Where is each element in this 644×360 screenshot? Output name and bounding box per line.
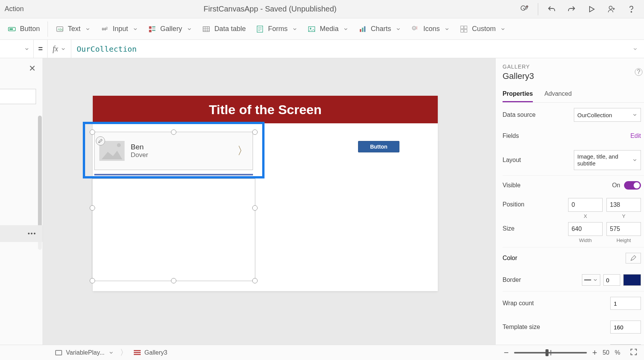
fit-screen-icon[interactable]	[629, 348, 638, 358]
template-size-input[interactable]	[610, 321, 641, 334]
selection-handle[interactable]	[171, 278, 176, 283]
gallery-item-subtitle: Dover	[131, 151, 231, 159]
chevron-down-icon	[632, 157, 637, 163]
insert-text[interactable]: Abc Text	[51, 23, 95, 36]
chevron-down-icon	[85, 26, 90, 32]
menu-action-label[interactable]: Action	[5, 5, 24, 13]
chevron-down-icon[interactable]	[108, 350, 114, 355]
prop-label: Fields	[503, 133, 519, 139]
data-source-select[interactable]: OurCollection	[574, 108, 641, 122]
selection-handle[interactable]	[90, 129, 95, 135]
fx-button[interactable]: fx	[48, 40, 71, 58]
size-width-input[interactable]	[568, 222, 603, 236]
wrap-count-input[interactable]	[610, 297, 641, 310]
visible-toggle[interactable]	[624, 181, 641, 190]
svg-point-22	[412, 26, 416, 29]
visible-state: On	[612, 182, 620, 189]
chevron-down-icon	[187, 26, 192, 32]
media-icon	[307, 25, 316, 33]
breadcrumb-separator-icon: 〉	[120, 347, 128, 358]
svg-rect-27	[461, 29, 463, 32]
insert-button[interactable]: Button	[3, 23, 44, 36]
edit-pencil-icon[interactable]	[96, 136, 105, 146]
undo-icon[interactable]	[544, 2, 560, 17]
selection-handle[interactable]	[252, 278, 258, 283]
breadcrumb-control[interactable]: Gallery3	[145, 349, 168, 356]
svg-rect-19	[360, 29, 361, 32]
gallery-template-item[interactable]: Ben Dover 〉	[94, 132, 253, 170]
selection-handle[interactable]	[171, 129, 176, 135]
tree-search-input[interactable]	[0, 89, 36, 104]
border-width-input[interactable]	[603, 274, 620, 286]
zoom-out-button[interactable]: −	[504, 348, 509, 358]
canvas-button[interactable]: Button	[358, 141, 399, 152]
tab-properties[interactable]: Properties	[503, 90, 533, 102]
svg-rect-11	[152, 26, 155, 27]
gallery-icon	[148, 25, 156, 33]
help-icon[interactable]	[623, 2, 639, 17]
screen-title-label: Title of the Screen	[93, 96, 438, 123]
svg-rect-25	[461, 26, 463, 28]
position-y-input[interactable]	[606, 198, 641, 212]
app-checker-icon[interactable]	[516, 2, 532, 17]
insert-forms[interactable]: Forms	[251, 23, 302, 36]
svg-point-3	[609, 6, 612, 9]
chevron-right-icon[interactable]: 〉	[237, 144, 248, 158]
fields-edit-link[interactable]: Edit	[630, 133, 641, 139]
prop-data-source: Data source OurCollection	[503, 103, 644, 127]
gallery-separator	[94, 174, 253, 175]
share-icon[interactable]	[603, 2, 619, 17]
insert-media[interactable]: Media	[303, 23, 353, 36]
insert-gallery-label: Gallery	[160, 25, 182, 33]
border-color-swatch[interactable]	[623, 274, 641, 286]
height-label: Height	[606, 237, 641, 243]
formula-expand-icon[interactable]	[626, 40, 644, 58]
prop-label: Visible	[503, 182, 521, 189]
prop-label: Size	[503, 222, 514, 232]
tree-item-more[interactable]: •••	[0, 225, 43, 242]
x-label: X	[568, 213, 603, 219]
formula-input[interactable]: OurCollection	[71, 40, 626, 58]
template-padding-input[interactable]	[610, 344, 641, 345]
breadcrumb-screen[interactable]: VariablePlay...	[66, 349, 105, 356]
properties-tabs: Properties Advanced	[503, 90, 644, 103]
zoom-slider[interactable]	[514, 352, 587, 353]
prop-visible: Visible On	[503, 176, 644, 195]
selection-handle[interactable]	[90, 205, 95, 211]
color-picker[interactable]	[626, 253, 641, 263]
tab-advanced[interactable]: Advanced	[544, 90, 572, 102]
formula-bar: = fx OurCollection	[0, 40, 644, 58]
layout-select[interactable]: Image, title, and subtitle	[574, 150, 641, 170]
play-icon[interactable]	[583, 2, 600, 17]
close-icon[interactable]: ✕	[29, 64, 36, 74]
border-style-select[interactable]	[582, 274, 600, 286]
insert-charts[interactable]: Charts	[354, 23, 406, 36]
insert-ribbon: Button Abc Text Input Gallery Data table…	[0, 18, 644, 40]
insert-data-table[interactable]: Data table	[197, 23, 250, 36]
gallery-body[interactable]	[92, 178, 255, 281]
control-name[interactable]: Gallery3	[503, 71, 644, 81]
canvas[interactable]: Title of the Screen Button Ben Dover 〉	[43, 58, 495, 345]
properties-pane: GALLERY Gallery3 ? Properties Advanced D…	[495, 58, 644, 345]
insert-gallery[interactable]: Gallery	[143, 23, 197, 36]
svg-rect-12	[152, 28, 155, 29]
svg-rect-14	[152, 29, 155, 31]
redo-icon[interactable]	[564, 2, 580, 17]
insert-input[interactable]: Input	[96, 23, 143, 36]
chevron-down-icon	[133, 26, 138, 32]
equals-label: =	[34, 40, 48, 58]
pane-help-icon[interactable]: ?	[635, 68, 642, 76]
app-title: FirstCanvasApp - Saved (Unpublished)	[24, 5, 516, 13]
size-height-input[interactable]	[606, 222, 641, 236]
insert-custom[interactable]: Custom	[455, 23, 510, 36]
property-selector[interactable]	[0, 40, 34, 58]
selection-handle[interactable]	[90, 278, 95, 283]
prop-label: Position	[503, 198, 524, 208]
insert-icons-label: Icons	[423, 25, 440, 33]
selection-handle[interactable]	[252, 205, 258, 211]
position-x-input[interactable]	[568, 198, 603, 212]
chevron-down-icon	[24, 46, 30, 52]
selection-handle[interactable]	[252, 129, 258, 135]
zoom-in-button[interactable]: +	[592, 348, 597, 358]
insert-icons[interactable]: Icons	[406, 23, 454, 36]
